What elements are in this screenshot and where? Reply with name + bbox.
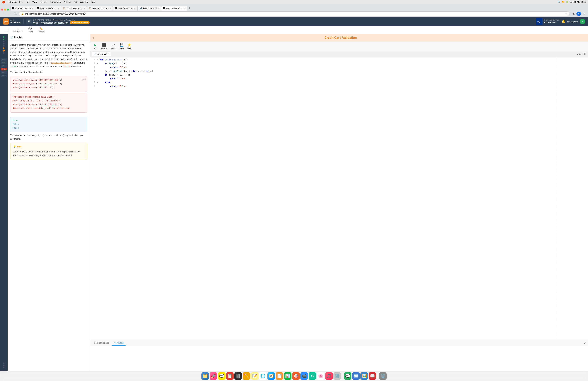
bottom-dot-2 xyxy=(3,365,4,366)
tab-7[interactable]: 🅶 Grok | W08 - Worksheet... ✕ xyxy=(161,5,187,11)
true-inline: True xyxy=(10,65,17,68)
tab-5[interactable]: 🅶 Grok Worksheet 7 ✕ xyxy=(113,5,137,11)
menu-bookmarks[interactable]: Bookmarks xyxy=(49,1,61,3)
file-tab-program[interactable]: 📄 program.py › xyxy=(92,52,111,56)
menu-view[interactable]: View xyxy=(32,1,37,3)
save-button[interactable]: 💾 Save xyxy=(118,43,125,50)
line-num-4: 4 xyxy=(91,69,96,72)
profile-button[interactable]: H xyxy=(576,11,581,16)
grok-logo-text: grok academy xyxy=(10,19,21,24)
tab-4[interactable]: 📋 Assignments: Foundatio... ✕ xyxy=(87,5,113,11)
tab-output[interactable]: </> Output xyxy=(112,341,126,346)
output-line-1: True xyxy=(13,119,85,123)
fold-5[interactable]: ▾ xyxy=(96,73,99,76)
add-line-button[interactable]: + xyxy=(582,53,583,55)
apple-icon[interactable]: 🍎 xyxy=(2,0,5,4)
menu-window[interactable]: Window xyxy=(80,1,88,3)
code-copy-icons[interactable]: ⧉ ⊞ xyxy=(82,78,86,82)
progress-dot-5 xyxy=(3,52,4,54)
run-button[interactable]: ▶ Run xyxy=(92,43,98,50)
tab-2-close[interactable]: ✕ xyxy=(58,7,59,9)
line-num-6: 6 xyxy=(91,77,96,80)
line-num-3: 3 xyxy=(91,66,96,68)
mark-button[interactable]: ⭐ Mark xyxy=(126,43,133,50)
nav-tutoring[interactable]: ✏️ Tutoring xyxy=(36,26,47,34)
tab-submissions[interactable]: ◯ Submissions xyxy=(92,341,111,346)
forum-label: Forum xyxy=(27,31,33,33)
tab-6-close[interactable]: ✕ xyxy=(158,7,159,9)
bottom-dot xyxy=(3,363,4,364)
bookmark-star-icon[interactable]: ☆ xyxy=(565,12,567,15)
user-avatar-small: H xyxy=(576,12,581,16)
hamburger-menu[interactable] xyxy=(3,28,9,32)
tab-7-close[interactable]: ✕ xyxy=(184,7,185,9)
user-avatar-header[interactable]: H xyxy=(580,19,585,24)
file-tab-chevron: › xyxy=(109,53,109,55)
code-editor[interactable]: 1 ▾ def validate_card(c): 2 ▾ if len(c) … xyxy=(90,57,588,340)
search-icon[interactable]: 🔍 xyxy=(558,1,560,3)
refresh-button[interactable]: ↻ xyxy=(13,11,18,16)
settings-button[interactable]: ⚙ xyxy=(584,53,586,55)
course-icon xyxy=(27,20,31,23)
more-menu-button[interactable]: ⋮ xyxy=(582,11,587,16)
tab-3[interactable]: 📋 COMP10001 2024 Seme... ✕ xyxy=(61,5,87,11)
forward-button[interactable]: → xyxy=(7,11,12,16)
tab-3-close[interactable]: ✕ xyxy=(84,7,85,9)
cardnum-inline-2: cardnum xyxy=(19,65,29,68)
tab-1-close[interactable]: ✕ xyxy=(32,7,33,9)
week-w09[interactable]: W09 xyxy=(1,58,7,61)
code-row-5: 5 ▾ if total % 10 == 0: xyxy=(90,73,588,77)
tab-5-close[interactable]: ✕ xyxy=(134,7,136,9)
expand-output-button[interactable]: ⤢ xyxy=(584,342,586,344)
expand-code-icon[interactable]: ⊞ xyxy=(84,78,86,82)
problem-tab-icon: 📄 xyxy=(10,36,13,39)
menu-help[interactable]: Help xyxy=(91,1,95,3)
week-w12[interactable]: W12 xyxy=(1,71,7,74)
week-w11[interactable]: W11 xyxy=(1,65,7,67)
menu-edit[interactable]: Edit xyxy=(26,1,29,3)
menu-tab[interactable]: Tab xyxy=(74,1,77,3)
prev-line-button[interactable]: ◀ xyxy=(576,53,578,55)
next-line-button[interactable]: ▶ xyxy=(579,53,581,55)
tab-2[interactable]: 🅶 Grok | W08 - Worksheet... ✕ xyxy=(35,5,61,11)
progress-diamond-active xyxy=(2,49,5,52)
fold-7[interactable]: ▾ xyxy=(96,81,99,84)
uni-logo: UM THE UNIVERSITY OF MELBOURNE xyxy=(536,18,559,25)
clock-icon: ⏰ xyxy=(71,22,74,24)
new-tab-button[interactable]: + xyxy=(187,6,192,11)
back-button[interactable]: ← xyxy=(1,11,6,16)
menu-file[interactable]: File xyxy=(19,1,23,3)
fold-1[interactable]: ▾ xyxy=(96,58,99,61)
tab-4-close[interactable]: ✕ xyxy=(109,7,111,9)
hint-box: 💡 Hint A general way to check whether a … xyxy=(10,143,87,159)
reset-button[interactable]: ↩ Reset xyxy=(110,43,117,50)
toolbar-group: ▶ Run ⬛ Terminal ↩ Reset 💾 Save ⭐ Mar xyxy=(92,43,133,50)
tab-6[interactable]: 📹 Lecture Capture ✕ xyxy=(138,5,161,11)
menu-profiles[interactable]: Profiles xyxy=(63,1,71,3)
error-line-3: NameError: name 'validate_card' is not d… xyxy=(13,107,85,110)
extensions-button[interactable]: 🔌 xyxy=(571,11,576,16)
collapse-button[interactable]: ‹ xyxy=(93,36,94,40)
close-window-btn[interactable] xyxy=(1,9,3,11)
nav-forum[interactable]: 💬 Forum xyxy=(25,26,35,34)
problem-tab[interactable]: 📄 Problem xyxy=(8,34,90,41)
week-w10[interactable]: W10 xyxy=(1,61,7,64)
progress-dot-2 xyxy=(3,39,4,40)
fold-2[interactable]: ▾ xyxy=(96,62,99,65)
grok-logo: grok grok academy xyxy=(3,18,21,25)
week-bug[interactable]: BUG xyxy=(1,68,7,70)
notifications-icon[interactable]: 🔔 xyxy=(561,20,565,23)
week-w13[interactable]: W13 xyxy=(1,74,7,77)
menu-history[interactable]: History xyxy=(40,1,47,3)
tab-1[interactable]: 🅶 Grok Worksheet 8 ✕ xyxy=(10,5,35,11)
user-name: Hyungwoo xyxy=(567,20,578,23)
terminal-button[interactable]: ⬛ Terminal xyxy=(99,43,109,50)
maximize-window-btn[interactable] xyxy=(7,9,9,11)
minimize-window-btn[interactable] xyxy=(4,9,6,11)
nav-instructions[interactable]: ≡ Instructions xyxy=(11,26,25,34)
error-line-2: print(validate_card('1111111111111133')) xyxy=(13,103,85,107)
url-bar[interactable]: 🔒 groklearning.com/learn/unimelb-comp100… xyxy=(19,11,570,16)
nav-bar: ≡ Instructions 💬 Forum ✏️ Tutoring xyxy=(0,26,588,34)
copy-icon[interactable]: ⧉ xyxy=(82,78,84,82)
menu-chrome[interactable]: Chrome xyxy=(9,1,17,3)
